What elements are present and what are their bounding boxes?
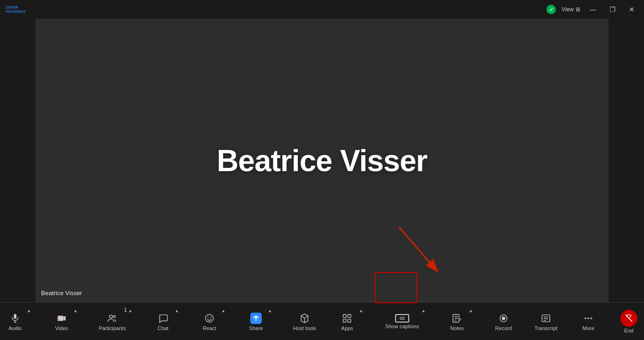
- more-button[interactable]: More: [575, 305, 600, 339]
- svg-line-31: [626, 315, 632, 321]
- end-button[interactable]: End: [616, 305, 642, 339]
- video-area: Beatrice Visser Beatrice Visser: [35, 19, 609, 302]
- more-label: More: [583, 325, 594, 331]
- apps-label: Apps: [341, 325, 353, 331]
- apps-group: Apps ▲: [334, 305, 364, 339]
- apps-chevron-icon: ▲: [359, 308, 363, 313]
- react-button[interactable]: React: [196, 305, 221, 339]
- svg-line-7: [58, 319, 58, 320]
- svg-point-30: [591, 317, 593, 319]
- participant-name-overlay: Beatrice Visser: [41, 290, 82, 297]
- share-chevron-button[interactable]: ▲: [267, 305, 273, 339]
- transcript-icon: [540, 312, 552, 324]
- view-button[interactable]: View ⊞: [561, 6, 580, 13]
- audio-button[interactable]: Audio: [2, 305, 26, 339]
- react-chevron-icon: ▲: [221, 308, 225, 313]
- show-captions-group: CC Show captions ▲: [380, 304, 428, 340]
- svg-rect-17: [348, 319, 351, 322]
- video-button[interactable]: Video: [49, 305, 73, 339]
- audio-chevron-button[interactable]: ▲: [26, 305, 33, 339]
- share-button[interactable]: Share: [243, 305, 267, 339]
- host-tools-button[interactable]: Host tools: [289, 305, 318, 339]
- react-group: React ▲: [196, 305, 227, 339]
- participants-button[interactable]: 1 Participants: [95, 305, 127, 339]
- participants-chevron-icon: ▲: [128, 308, 132, 313]
- svg-point-9: [113, 315, 116, 318]
- title-bar: zoom Workplace View ⊞ — ❐ ✕: [0, 0, 644, 19]
- chat-chevron-icon: ▲: [175, 308, 179, 313]
- participants-label: Participants: [99, 325, 125, 331]
- record-label: Record: [495, 325, 512, 331]
- show-captions-chevron-button[interactable]: ▲: [421, 305, 427, 339]
- notes-label: Notes: [450, 325, 464, 331]
- video-chevron-button[interactable]: ▲: [73, 305, 79, 339]
- svg-rect-15: [348, 314, 351, 317]
- chat-chevron-button[interactable]: ▲: [174, 305, 181, 339]
- minimize-button[interactable]: —: [586, 4, 600, 15]
- audio-group: Audio ▲: [2, 305, 33, 339]
- chat-group: Chat ▲: [150, 305, 181, 339]
- participants-count: 1: [124, 307, 127, 313]
- toolbar: Audio ▲ Video ▲: [0, 302, 644, 340]
- more-group: More: [575, 305, 600, 339]
- video-chevron-icon: ▲: [74, 308, 78, 313]
- apps-chevron-button[interactable]: ▲: [358, 305, 364, 339]
- svg-point-10: [206, 314, 214, 322]
- microphone-icon: [9, 312, 21, 324]
- close-button[interactable]: ✕: [625, 4, 638, 15]
- svg-rect-16: [343, 319, 346, 322]
- participants-chevron-button[interactable]: ▲: [128, 305, 134, 339]
- maximize-button[interactable]: ❐: [606, 4, 619, 15]
- view-label: View: [561, 6, 574, 13]
- notes-button[interactable]: Notes: [444, 305, 468, 339]
- chat-button[interactable]: Chat: [150, 305, 174, 339]
- svg-point-28: [585, 317, 586, 319]
- notes-chevron-icon: ▲: [469, 308, 473, 313]
- svg-point-29: [587, 317, 589, 319]
- chat-icon: [157, 312, 169, 324]
- chat-label: Chat: [157, 325, 168, 331]
- share-group: Share ▲: [243, 305, 273, 339]
- notes-group: Notes ▲: [444, 305, 474, 339]
- end-icon: [620, 310, 637, 327]
- more-icon: [582, 312, 594, 324]
- react-label: React: [203, 325, 216, 331]
- show-captions-button[interactable]: CC Show captions: [381, 305, 421, 339]
- participants-icon: [106, 312, 118, 324]
- svg-point-12: [210, 317, 211, 318]
- record-button[interactable]: Record: [490, 305, 515, 339]
- svg-point-11: [208, 317, 209, 318]
- apps-button[interactable]: Apps: [334, 305, 358, 339]
- svg-rect-14: [343, 314, 346, 317]
- record-icon: [497, 312, 510, 324]
- share-chevron-icon: ▲: [268, 308, 272, 313]
- record-group: Record: [490, 305, 515, 339]
- title-bar-left: zoom Workplace: [6, 5, 25, 14]
- participant-name-display: Beatrice Visser: [217, 143, 427, 178]
- zoom-logo: zoom Workplace: [6, 5, 25, 14]
- audio-chevron-icon: ▲: [27, 308, 31, 313]
- svg-line-6: [58, 316, 58, 317]
- host-tools-group: Host tools: [289, 305, 318, 339]
- participants-group: 1 Participants ▲: [95, 305, 133, 339]
- svg-rect-2: [14, 314, 17, 318]
- security-shield-icon[interactable]: [546, 5, 556, 14]
- cc-icon: CC: [395, 314, 409, 323]
- transcript-button[interactable]: Transcript: [531, 305, 560, 339]
- video-camera-icon: [56, 312, 68, 324]
- share-label: Share: [249, 325, 263, 331]
- transcript-group: Transcript: [531, 305, 560, 339]
- svg-point-23: [502, 316, 505, 320]
- react-chevron-button[interactable]: ▲: [221, 305, 227, 339]
- end-label: End: [624, 328, 634, 333]
- zoom-logo-workplace-text: Workplace: [6, 9, 25, 14]
- show-captions-chevron-icon: ▲: [421, 308, 426, 313]
- react-icon: [203, 312, 215, 324]
- host-tools-label: Host tools: [293, 325, 316, 331]
- host-tools-icon: [298, 312, 311, 324]
- share-icon: [250, 312, 262, 324]
- notes-chevron-button[interactable]: ▲: [468, 305, 474, 339]
- title-bar-right: View ⊞ — ❐ ✕: [546, 4, 638, 15]
- svg-point-8: [109, 315, 112, 318]
- video-sidebar-right: [609, 19, 644, 302]
